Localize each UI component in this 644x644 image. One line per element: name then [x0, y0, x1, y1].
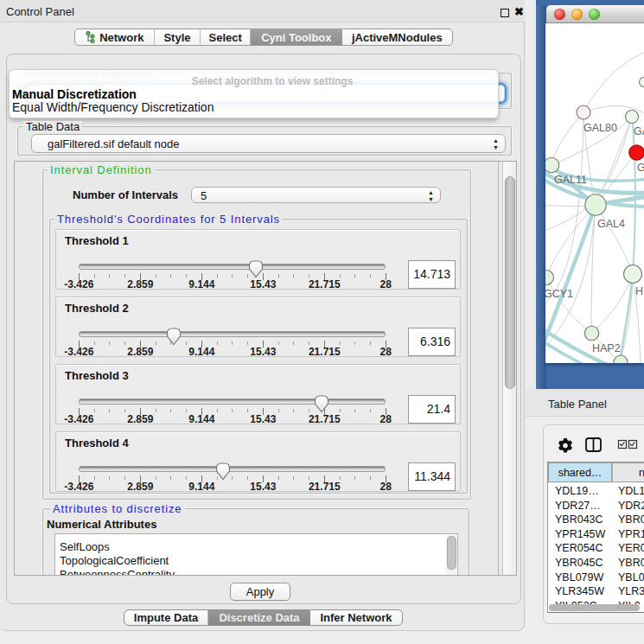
- svg-text:HAP2: HAP2: [592, 342, 621, 354]
- svg-text:GCY1: GCY1: [545, 288, 573, 300]
- svg-text:H: H: [635, 285, 643, 297]
- svg-text:GAL80: GAL80: [583, 122, 617, 134]
- svg-text:GAL4: GAL4: [597, 218, 625, 230]
- svg-text:GA: GA: [634, 125, 644, 137]
- svg-text:GAL11: GAL11: [554, 174, 587, 186]
- svg-text:G: G: [637, 162, 644, 174]
